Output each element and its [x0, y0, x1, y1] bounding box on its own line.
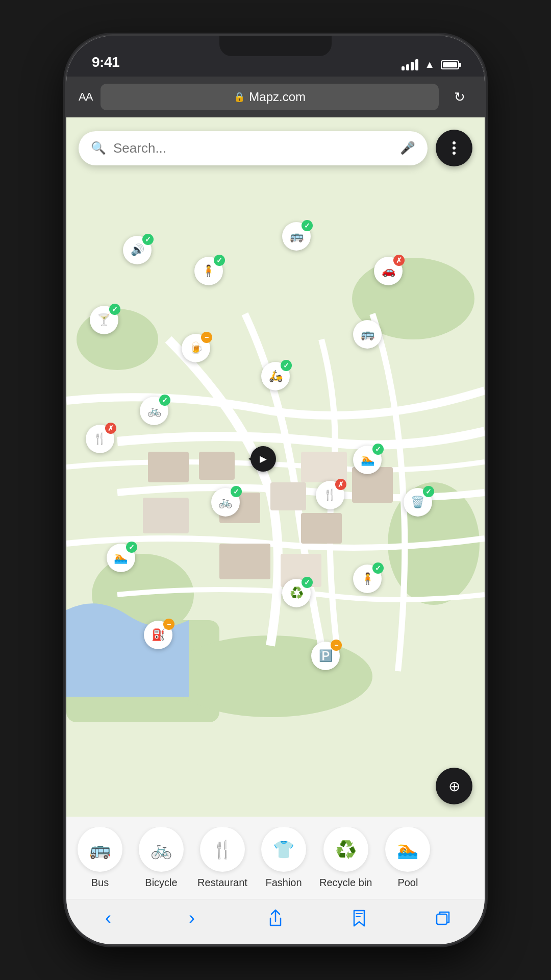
refresh-button[interactable]: ↻ [447, 89, 472, 105]
map-container[interactable]: 🔍 🎤 🔊✓🧍✓🚌✓🚗✗🍸✓🍺−🚌🛵✓🚲✓🍴✗🏊✓🍴✗🗑️✓🚲✓🏊✓🧍✓♻️✓⛽… [66, 117, 485, 817]
menu-button[interactable] [436, 130, 472, 166]
category-item-bus[interactable]: 🚌Bus [74, 827, 126, 889]
map-marker-m5[interactable]: 🍸✓ [90, 306, 118, 334]
map-marker-m1[interactable]: 🔊✓ [123, 236, 152, 264]
marker-badge-m15: ✓ [126, 542, 137, 553]
svg-rect-9 [301, 452, 347, 482]
url-text: Mapz.com [249, 90, 306, 104]
svg-rect-7 [148, 452, 189, 482]
aa-label[interactable]: AA [79, 90, 92, 104]
marker-badge-m12: ✗ [335, 479, 346, 490]
map-marker-m8[interactable]: 🛵✓ [261, 362, 290, 390]
gps-button[interactable]: ⊕ [436, 768, 472, 804]
category-icon-pool: 🏊 [385, 827, 430, 872]
battery-icon [441, 60, 459, 69]
map-marker-m11[interactable]: 🏊✓ [353, 446, 382, 474]
svg-rect-8 [199, 452, 235, 480]
signal-icon [402, 59, 418, 70]
marker-badge-m1: ✓ [142, 234, 154, 245]
gps-icon: ⊕ [448, 778, 460, 795]
map-marker-m13[interactable]: 🗑️✓ [404, 488, 432, 517]
map-background [66, 117, 485, 817]
marker-badge-m13: ✓ [423, 486, 434, 497]
category-icon-fashion: 👕 [261, 827, 306, 872]
tabs-button[interactable] [428, 911, 458, 925]
category-scroll: 🚌Bus🚲Bicycle🍴Restaurant👕Fashion♻️Recycle… [74, 827, 477, 891]
phone-frame: 9:41 ▲ AA 🔒 Mapz.com ↻ [66, 36, 485, 944]
marker-badge-m5: ✓ [109, 304, 120, 315]
marker-badge-m17: ✓ [302, 577, 313, 588]
ios-toolbar: ‹ › [66, 899, 485, 944]
svg-rect-11 [270, 482, 306, 510]
map-marker-m10[interactable]: 🍴✗ [86, 425, 114, 453]
category-label-recycle-bin: Recycle bin [319, 877, 372, 889]
category-label-restaurant: Restaurant [197, 877, 247, 889]
map-marker-m9[interactable]: 🚲✓ [140, 397, 168, 425]
map-marker-m3[interactable]: 🚌✓ [282, 222, 311, 251]
mic-icon[interactable]: 🎤 [400, 141, 415, 155]
svg-point-6 [168, 635, 372, 717]
category-item-restaurant[interactable]: 🍴Restaurant [197, 827, 248, 889]
marker-badge-m2: ✓ [214, 255, 225, 266]
search-input-wrap[interactable]: 🔍 🎤 [79, 131, 428, 165]
svg-rect-14 [301, 513, 342, 544]
category-icon-bicycle: 🚲 [139, 827, 184, 872]
marker-badge-m16: ✓ [372, 562, 384, 574]
marker-badge-m3: ✓ [302, 220, 313, 231]
browser-bar: AA 🔒 Mapz.com ↻ [66, 77, 485, 117]
marker-badge-m9: ✓ [159, 395, 170, 406]
category-label-pool: Pool [397, 877, 418, 889]
category-label-fashion: Fashion [265, 877, 302, 889]
more-options-icon [453, 141, 456, 155]
map-marker-m19[interactable]: 🅿️− [311, 642, 340, 670]
search-icon: 🔍 [91, 141, 106, 155]
marker-badge-m4: ✗ [393, 255, 405, 266]
map-marker-m16[interactable]: 🧍✓ [353, 565, 382, 593]
status-icons: ▲ [402, 59, 459, 70]
map-marker-m7[interactable]: 🚌 [353, 320, 382, 349]
category-bar: 🚌Bus🚲Bicycle🍴Restaurant👕Fashion♻️Recycle… [66, 817, 485, 899]
category-label-bicycle: Bicycle [145, 877, 177, 889]
category-item-pool[interactable]: 🏊Pool [382, 827, 433, 889]
map-marker-m6[interactable]: 🍺− [182, 334, 210, 362]
wifi-icon: ▲ [424, 59, 435, 70]
current-location-marker: ▶ [251, 446, 276, 472]
map-marker-m4[interactable]: 🚗✗ [374, 257, 403, 285]
svg-rect-15 [219, 544, 270, 579]
bookmarks-button[interactable] [344, 910, 374, 927]
svg-rect-13 [143, 498, 189, 533]
category-item-recycle-bin[interactable]: ♻️Recycle bin [319, 827, 372, 889]
marker-badge-m18: − [163, 619, 174, 630]
search-bar: 🔍 🎤 [79, 130, 472, 166]
url-bar[interactable]: 🔒 Mapz.com [101, 84, 439, 110]
category-icon-bus: 🚌 [78, 827, 122, 872]
map-marker-m2[interactable]: 🧍✓ [194, 257, 223, 285]
marker-badge-m8: ✓ [281, 360, 292, 371]
screen: 9:41 ▲ AA 🔒 Mapz.com ↻ [66, 36, 485, 944]
category-icon-restaurant: 🍴 [200, 827, 245, 872]
map-marker-m17[interactable]: ♻️✓ [282, 579, 311, 607]
share-button[interactable] [260, 909, 291, 927]
status-time: 9:41 [92, 54, 119, 70]
marker-badge-m6: − [201, 332, 212, 343]
map-marker-m14[interactable]: 🚲✓ [211, 488, 240, 517]
category-item-bicycle[interactable]: 🚲Bicycle [136, 827, 187, 889]
marker-badge-m19: − [331, 640, 342, 651]
notch [219, 36, 332, 56]
category-label-bus: Bus [91, 877, 109, 889]
map-marker-m12[interactable]: 🍴✗ [316, 481, 344, 509]
lock-icon: 🔒 [234, 91, 245, 103]
map-marker-m18[interactable]: ⛽− [144, 621, 172, 649]
search-input[interactable] [113, 140, 393, 156]
category-item-fashion[interactable]: 👕Fashion [258, 827, 309, 889]
marker-badge-m11: ✓ [372, 444, 384, 455]
forward-button[interactable]: › [177, 908, 207, 929]
back-button[interactable]: ‹ [93, 908, 123, 929]
marker-badge-m14: ✓ [231, 486, 242, 497]
category-icon-recycle-bin: ♻️ [323, 827, 368, 872]
map-marker-m15[interactable]: 🏊✓ [107, 544, 135, 572]
marker-badge-m10: ✗ [105, 423, 116, 434]
svg-rect-17 [437, 914, 447, 924]
